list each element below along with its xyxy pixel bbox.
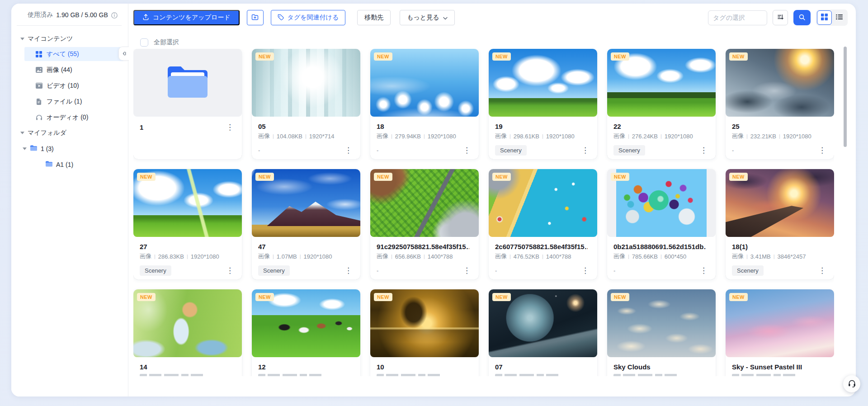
sidebar-collapse-button[interactable] [118, 47, 129, 61]
content-card[interactable]: NEW25画像|232.21KB|1920*1080-⋮ [726, 49, 834, 159]
content-card[interactable]: NEW18画像|279.94KB|1920*1080-⋮ [370, 49, 479, 159]
card-thumbnail[interactable]: NEW [726, 289, 834, 357]
more-actions-icon[interactable]: ⋮ [816, 266, 828, 275]
content-card[interactable]: NEW19画像|298.61KB|1920*1080Scenery⋮ [489, 49, 597, 159]
content-card[interactable]: NEW07 [489, 289, 597, 376]
card-thumbnail[interactable]: NEW [370, 169, 479, 237]
more-actions-icon[interactable]: ⋮ [461, 146, 472, 155]
caret-down-icon[interactable] [20, 132, 24, 134]
section-label: マイフォルダ [28, 129, 66, 137]
associate-tags-label: タグを関連付ける [288, 14, 339, 22]
meta-dimensions: 1920*1080 [546, 133, 575, 140]
content-card[interactable]: NEW22画像|276.24KB|1920*1080Scenery⋮ [607, 49, 716, 159]
search-button[interactable] [793, 10, 811, 25]
my-folders-list: 1 (3)A1 (1) [11, 142, 128, 171]
tag-chip: Scenery [613, 145, 645, 156]
associate-tags-button[interactable]: タグを関連付ける [271, 10, 346, 25]
card-body: 47画像|1.07MB|1920*1080Scenery⋮ [252, 243, 360, 276]
sidebar-item-files[interactable]: ファイル (1) [24, 94, 124, 109]
card-body: 14 [133, 363, 242, 376]
caret-down-icon[interactable] [20, 38, 24, 40]
more-actions-icon[interactable]: ⋮ [343, 146, 354, 155]
content-scroll-area[interactable]: 1⋮NEW05画像|104.08KB|1920*714-⋮NEW18画像|279… [133, 49, 834, 376]
select-all-label: 全部選択 [154, 38, 179, 47]
content-card[interactable]: NEW18(1)画像|3.41MB|3846*2457Scenery⋮ [726, 169, 834, 279]
sidebar-item-videos[interactable]: ビデオ (10) [24, 79, 124, 93]
content-card[interactable]: NEW2c607750758821.58e4f35f15…画像|476.52KB… [489, 169, 597, 279]
upload-button-label: コンテンツをアップロード [153, 14, 231, 22]
content-card[interactable]: NEW05画像|104.08KB|1920*714-⋮ [252, 49, 360, 159]
info-icon[interactable] [111, 12, 118, 19]
more-actions-icon[interactable]: ⋮ [224, 123, 236, 132]
content-card[interactable]: NEW47画像|1.07MB|1920*1080Scenery⋮ [252, 169, 360, 279]
card-thumbnail[interactable]: NEW [370, 49, 479, 117]
content-card[interactable]: NEWSky Clouds [607, 289, 716, 376]
card-thumbnail[interactable]: NEW [133, 289, 242, 357]
card-thumbnail[interactable]: NEW [133, 169, 242, 237]
more-actions-icon[interactable]: ⋮ [580, 266, 591, 275]
content-card[interactable]: NEW0b21a518880691.562d151db…画像|785.66KB|… [607, 169, 716, 279]
more-actions-icon[interactable]: ⋮ [224, 266, 236, 275]
card-thumbnail[interactable]: NEW [726, 49, 834, 117]
more-actions-icon[interactable]: ⋮ [580, 146, 591, 155]
new-badge: NEW [137, 173, 156, 181]
storage-usage: 使用済み 1.90 GB / 5.00 GB [11, 4, 128, 19]
sidebar-folder-1[interactable]: 1 (3) [11, 142, 128, 156]
caret-down-icon[interactable] [22, 147, 27, 150]
new-badge: NEW [255, 52, 274, 61]
content-card[interactable]: NEW91c29250758821.58e4f35f15…画像|656.86KB… [370, 169, 479, 279]
meta-kind: 画像 [258, 252, 270, 260]
upload-content-button[interactable]: コンテンツをアップロード [133, 10, 240, 25]
card-thumbnail[interactable]: NEW [607, 49, 716, 117]
new-folder-button[interactable] [247, 10, 264, 25]
card-thumbnail[interactable]: NEW [489, 49, 597, 117]
card-body: 07 [489, 363, 597, 376]
card-thumbnail[interactable]: NEW [726, 169, 834, 237]
meta-kind: 画像 [495, 132, 507, 140]
sidebar-item-images[interactable]: 画像 (44) [24, 63, 124, 77]
toolbar-right [708, 9, 848, 26]
folder-card[interactable]: 1⋮ [133, 49, 242, 159]
move-to-button[interactable]: 移動先 [357, 10, 391, 25]
video-icon [35, 83, 42, 89]
card-meta: 画像|104.08KB|1920*714 [258, 132, 354, 140]
card-thumbnail[interactable]: NEW [489, 289, 597, 357]
meta-size: 104.08KB [277, 133, 302, 140]
card-thumbnail[interactable]: NEW [252, 49, 360, 117]
card-thumbnail[interactable]: NEW [607, 169, 716, 237]
card-thumbnail[interactable]: NEW [370, 289, 479, 357]
card-thumbnail[interactable]: NEW [252, 289, 360, 357]
meta-size: 286.83KB [158, 253, 184, 260]
more-actions-icon[interactable]: ⋮ [461, 266, 472, 275]
content-card[interactable]: NEW14 [133, 289, 242, 376]
section-my-folders[interactable]: マイフォルダ [11, 126, 128, 140]
content-card[interactable]: NEW12 [252, 289, 360, 376]
more-actions-icon[interactable]: ⋮ [343, 266, 354, 275]
sort-button[interactable] [773, 10, 788, 25]
content-card[interactable]: NEW27画像|286.83KB|1920*1080Scenery⋮ [133, 169, 242, 279]
new-badge: NEW [374, 52, 392, 61]
more-actions-icon[interactable]: ⋮ [816, 146, 828, 155]
card-thumbnail[interactable]: NEW [607, 289, 716, 357]
list-view-button[interactable] [832, 10, 847, 25]
grid-view-button[interactable] [817, 10, 832, 25]
card-thumbnail[interactable] [133, 49, 242, 117]
sidebar-item-audio[interactable]: オーディオ (0) [24, 110, 124, 124]
tag-filter-input[interactable] [708, 10, 767, 25]
section-my-content[interactable]: マイコンテンツ [11, 32, 128, 46]
card-body: 12 [252, 363, 360, 376]
card-thumbnail[interactable]: NEW [252, 169, 360, 237]
more-actions-icon[interactable]: ⋮ [698, 146, 709, 155]
help-support-button[interactable] [843, 375, 860, 392]
select-all-checkbox[interactable] [140, 38, 148, 47]
sidebar-folder-a1[interactable]: A1 (1) [11, 157, 128, 171]
card-thumbnail[interactable]: NEW [489, 169, 597, 237]
meta-dimensions: 3846*2457 [778, 253, 806, 260]
content-card[interactable]: NEW10 [370, 289, 479, 376]
card-title: Sky Clouds [613, 363, 651, 371]
more-actions-button[interactable]: もっと見る [400, 10, 454, 25]
more-actions-icon[interactable]: ⋮ [698, 266, 709, 275]
vertical-scrollbar-thumb[interactable] [844, 47, 847, 147]
sidebar-item-all[interactable]: すべて (55) [24, 47, 124, 61]
content-card[interactable]: NEWSky - Sunset Pastel III [726, 289, 834, 376]
